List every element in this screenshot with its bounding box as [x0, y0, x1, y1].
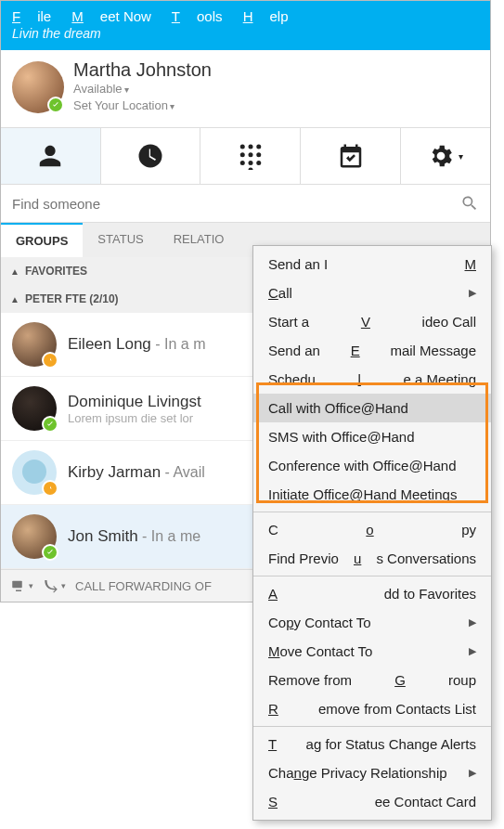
menu-find-previous[interactable]: Find Previous Conversations [253, 544, 491, 573]
menu-call[interactable]: Call▶ [253, 278, 491, 307]
svg-point-4 [240, 153, 245, 158]
menu-send-email[interactable]: Send an Email Message [253, 336, 491, 365]
contact-name: Kirby Jarman [68, 463, 161, 481]
tab-dialpad[interactable] [200, 128, 301, 184]
avatar [12, 386, 57, 431]
avatar [12, 450, 57, 495]
forward-dropdown[interactable]: ▾ [43, 577, 66, 594]
location-dropdown[interactable]: Set Your Location▾ [73, 97, 212, 114]
menu-copy[interactable]: Copy [253, 515, 491, 544]
tab-calendar[interactable] [301, 128, 401, 184]
menu-separator [253, 726, 491, 727]
menu-separator [253, 512, 491, 512]
presence-dropdown[interactable]: Available▾ [73, 81, 212, 97]
menubar: File Meet Now Tools Help Livin the dream [1, 1, 490, 50]
svg-point-8 [248, 161, 252, 165]
nav-icon-tabs: ▾ [1, 127, 490, 185]
menu-move-contact-to[interactable]: Move Contact To▶ [253, 637, 491, 666]
avatar [12, 514, 57, 559]
menu-add-favorites[interactable]: Add to Favorites [253, 579, 491, 608]
presence-away-icon [42, 480, 58, 497]
collapse-icon: ▲ [10, 294, 19, 304]
presence-available-icon [42, 544, 58, 561]
device-dropdown[interactable]: ▾ [10, 577, 33, 594]
menu-send-im[interactable]: Send an IM [253, 250, 491, 278]
presence-available-icon [42, 416, 58, 433]
menu-help[interactable]: Help [243, 8, 289, 24]
dialpad-icon [237, 142, 265, 170]
menu-change-privacy[interactable]: Change Privacy Relationship▶ [253, 758, 491, 787]
profile-name: Martha Johnston [73, 59, 212, 81]
status-message[interactable]: Livin the dream [12, 24, 479, 46]
avatar [12, 322, 57, 367]
contact-name: Dominique Livingst [68, 393, 201, 410]
forward-icon [43, 577, 59, 594]
settings-dropdown[interactable]: ▾ [401, 128, 490, 184]
context-menu: Send an IM Call▶ Start a Video Call Send… [252, 245, 492, 821]
contact-status: - In a m [151, 336, 206, 352]
group-favorites-label: FAVORITES [25, 265, 87, 278]
profile-header: Martha Johnston Available▾ Set Your Loca… [1, 50, 490, 127]
menu-video-call[interactable]: Start a Video Call [253, 307, 491, 336]
contact-status: - In a me [138, 528, 201, 544]
menu-sms-officeathand[interactable]: SMS with Office@Hand [253, 422, 491, 451]
search-icon[interactable] [460, 194, 479, 213]
search-bar [1, 185, 490, 223]
collapse-icon: ▲ [10, 266, 19, 277]
gear-icon [427, 142, 455, 170]
calendar-icon [337, 142, 365, 170]
menu-meet-now[interactable]: Meet Now [71, 8, 151, 24]
avatar[interactable] [12, 61, 64, 113]
presence-available-icon [47, 97, 64, 113]
tab-groups[interactable]: GROUPS [1, 223, 83, 257]
svg-point-6 [256, 153, 261, 158]
menu-file[interactable]: File [12, 8, 51, 24]
tab-contacts[interactable] [1, 128, 101, 184]
contact-name: Jon Smith [68, 527, 138, 545]
svg-point-5 [248, 153, 252, 158]
device-icon [10, 577, 27, 594]
svg-point-2 [248, 145, 252, 149]
menu-initiate-officeathand-meetings[interactable]: Initiate Office@Hand Meetings [253, 480, 491, 509]
tab-recent[interactable] [101, 128, 201, 184]
group-peter-label: PETER FTE (2/10) [25, 292, 119, 305]
svg-point-1 [240, 145, 245, 149]
contact-status: - Avail [161, 464, 205, 480]
person-icon [36, 142, 64, 170]
svg-point-3 [256, 145, 261, 149]
menu-schedule-meeting[interactable]: Schedule a Meeting [253, 365, 491, 394]
tab-status[interactable]: STATUS [83, 223, 158, 257]
menu-copy-contact-to[interactable]: Copy Contact To▶ [253, 608, 491, 637]
search-input[interactable] [12, 196, 460, 212]
menu-tools[interactable]: Tools [172, 8, 223, 24]
svg-point-9 [256, 161, 261, 165]
menu-tag-status-alerts[interactable]: Tag for Status Change Alerts [253, 730, 491, 758]
svg-rect-11 [12, 581, 22, 589]
svg-point-7 [240, 161, 245, 165]
contact-name: Eileen Long [68, 335, 151, 353]
menu-call-officeathand[interactable]: Call with Office@Hand [253, 394, 491, 422]
svg-point-10 [248, 168, 252, 171]
menu-remove-from-group[interactable]: Remove from Group [253, 666, 491, 694]
menu-conference-officeathand[interactable]: Conference with Office@Hand [253, 451, 491, 480]
menu-separator [253, 576, 491, 576]
menu-see-contact-card[interactable]: See Contact Card [253, 787, 491, 816]
tab-relations[interactable]: RELATIO [159, 223, 239, 257]
forward-label: CALL FORWARDING OF [75, 579, 212, 593]
clock-icon [136, 142, 164, 170]
menu-remove-from-list[interactable]: Remove from Contacts List [253, 694, 491, 723]
presence-away-icon [42, 352, 58, 369]
